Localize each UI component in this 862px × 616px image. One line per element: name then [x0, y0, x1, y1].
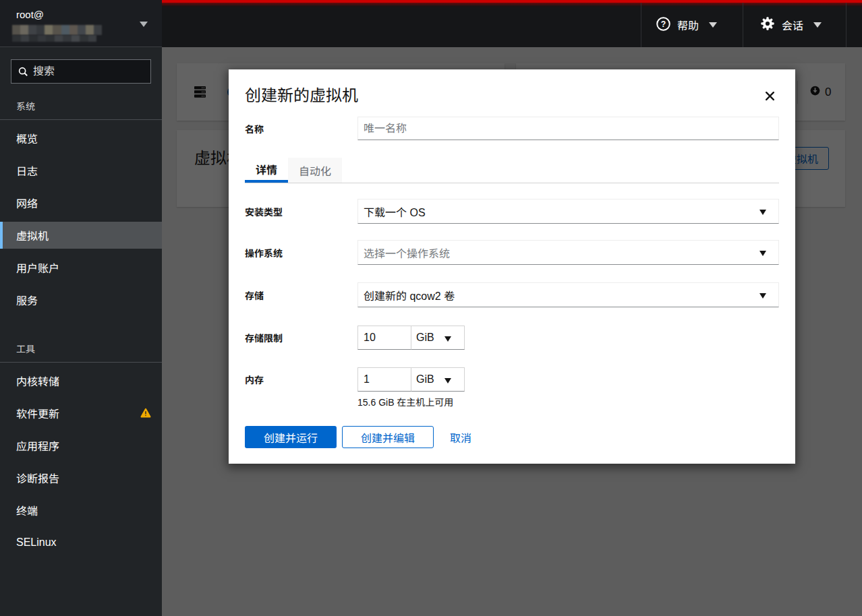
- search-box[interactable]: [11, 59, 151, 84]
- help-menu-label: 帮助: [677, 17, 699, 33]
- divider: [0, 119, 162, 120]
- sidebar-nav: 系统 概览日志网络虚拟机用户账户服务 工具 内核转储软件更新应用程序诊断报告终端…: [0, 102, 162, 556]
- modal-footer: 创建并运行 创建并编辑 取消: [245, 426, 482, 448]
- search-icon: [18, 67, 28, 80]
- sidebar-item-label: SELinux: [16, 536, 57, 549]
- storage-select[interactable]: 创建新的 qcow2 卷: [357, 282, 779, 307]
- sidebar-search: [0, 47, 162, 84]
- nav-section-title-system: 系统: [16, 102, 162, 111]
- hostname-redacted: [12, 25, 107, 42]
- sidebar-item-label: 服务: [16, 292, 38, 308]
- create-and-edit-button[interactable]: 创建并编辑: [342, 426, 434, 448]
- name-label: 名称: [245, 117, 353, 140]
- search-input[interactable]: [33, 60, 154, 83]
- storage-limit-unit-select[interactable]: GiB: [411, 326, 465, 350]
- sidebar: root@ 系统 概览日志网络虚拟机用户账户服务 工具 内核转储软件更新应用程序…: [0, 0, 162, 616]
- sidebar-item[interactable]: 终端: [0, 497, 162, 524]
- sidebar-item[interactable]: 概览: [0, 125, 162, 152]
- divider: [0, 362, 162, 363]
- sidebar-item[interactable]: SELinux: [0, 529, 162, 556]
- sidebar-item[interactable]: 虚拟机: [0, 222, 162, 249]
- sidebar-item-label: 应用程序: [16, 437, 59, 454]
- gear-icon: [760, 16, 775, 34]
- memory-label: 内存: [245, 367, 353, 392]
- sidebar-item-label: 内核转储: [16, 373, 59, 389]
- cancel-button[interactable]: 取消: [439, 429, 482, 445]
- chevron-down-icon: [140, 22, 148, 27]
- installation-type-label: 安装类型: [245, 199, 353, 224]
- storage-label: 存储: [245, 282, 353, 307]
- sidebar-item-label: 软件更新: [16, 405, 59, 421]
- sidebar-item[interactable]: 服务: [0, 286, 162, 313]
- memory-unit-select[interactable]: GiB: [411, 367, 465, 392]
- sidebar-item-label: 终端: [16, 502, 38, 518]
- memory-helper-text: 15.6 GiB 在主机上可用: [357, 395, 453, 408]
- sidebar-item[interactable]: 软件更新: [0, 400, 162, 427]
- question-circle-icon: ?: [656, 17, 670, 34]
- chevron-down-icon: [709, 22, 717, 28]
- sidebar-item-label: 用户账户: [16, 259, 59, 276]
- sidebar-item-label: 日志: [16, 162, 38, 179]
- sidebar-item[interactable]: 网络: [0, 189, 162, 216]
- sidebar-item-label: 网络: [16, 195, 38, 211]
- divider: [846, 3, 846, 47]
- tab-details[interactable]: 详情: [245, 158, 288, 183]
- storage-select-value: 创建新的 qcow2 卷: [364, 287, 455, 303]
- vm-name-input[interactable]: [357, 117, 779, 140]
- installation-type-value: 下载一个 OS: [364, 204, 426, 220]
- svg-text:?: ?: [661, 19, 666, 28]
- warning-triangle-icon: [140, 408, 151, 421]
- sidebar-item[interactable]: 内核转储: [0, 367, 162, 394]
- storage-limit-input[interactable]: [357, 326, 411, 350]
- os-select[interactable]: 选择一个操作系统: [357, 240, 779, 265]
- storage-limit-unit-value: GiB: [416, 332, 434, 344]
- sidebar-item[interactable]: 日志: [0, 157, 162, 184]
- session-menu-label: 会话: [782, 17, 803, 33]
- sidebar-item-label: 虚拟机: [16, 227, 49, 243]
- create-vm-modal: 创建新的虚拟机 名称 详情 自动化 安装类型 下载一个 OS 操作系统 选择一个…: [229, 69, 795, 464]
- chevron-down-icon: [813, 22, 822, 28]
- installation-type-select[interactable]: 下载一个 OS: [357, 199, 779, 224]
- sidebar-item[interactable]: 应用程序: [0, 432, 162, 459]
- memory-unit-value: GiB: [416, 373, 434, 386]
- sidebar-item-label: 概览: [16, 130, 38, 146]
- modal-tabs: 详情 自动化: [245, 158, 779, 183]
- session-menu-button[interactable]: 会话: [743, 3, 846, 47]
- host-user-label: root@: [16, 9, 44, 20]
- sidebar-item[interactable]: 诊断报告: [0, 464, 162, 491]
- modal-title: 创建新的虚拟机: [245, 85, 358, 106]
- masthead: ? 帮助 会话: [162, 0, 862, 47]
- sidebar-item[interactable]: 用户账户: [0, 254, 162, 281]
- storage-limit-label: 存储限制: [245, 326, 353, 350]
- help-menu-button[interactable]: ? 帮助: [641, 3, 743, 47]
- os-label: 操作系统: [245, 240, 353, 265]
- host-switcher[interactable]: root@: [0, 0, 162, 47]
- sidebar-item-label: 诊断报告: [16, 470, 59, 486]
- close-icon[interactable]: [764, 92, 775, 102]
- tab-automation[interactable]: 自动化: [288, 158, 342, 183]
- os-select-placeholder: 选择一个操作系统: [364, 245, 450, 261]
- create-and-run-button[interactable]: 创建并运行: [245, 426, 337, 448]
- nav-section-title-tools: 工具: [16, 344, 162, 354]
- memory-input[interactable]: [357, 367, 411, 392]
